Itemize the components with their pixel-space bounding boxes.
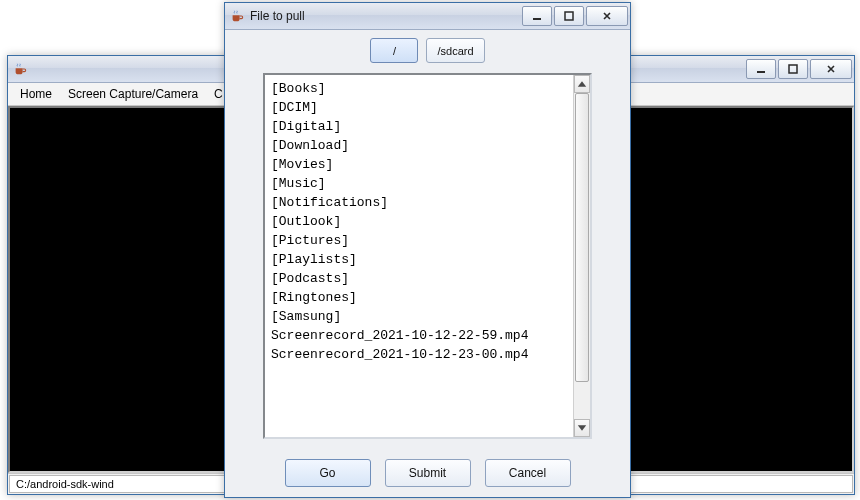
menu-screen-capture[interactable]: Screen Capture/Camera <box>60 85 206 103</box>
go-button[interactable]: Go <box>285 459 371 487</box>
dialog-body: / /sdcard [Books][DCIM][Digital][Downloa… <box>225 30 630 497</box>
minimize-button[interactable] <box>746 59 776 79</box>
crumb-sdcard[interactable]: /sdcard <box>426 38 484 63</box>
dialog-title: File to pull <box>250 9 522 23</box>
list-item[interactable]: [Ringtones] <box>271 288 567 307</box>
maximize-button[interactable] <box>778 59 808 79</box>
svg-rect-2 <box>533 18 541 20</box>
main-window-controls <box>746 59 852 79</box>
list-item[interactable]: [Notifications] <box>271 193 567 212</box>
scroll-down-button[interactable] <box>574 419 590 437</box>
minimize-button[interactable] <box>522 6 552 26</box>
list-item[interactable]: [DCIM] <box>271 98 567 117</box>
crumb-root[interactable]: / <box>370 38 418 63</box>
svg-rect-3 <box>565 12 573 20</box>
list-item[interactable]: [Samsung] <box>271 307 567 326</box>
scroll-up-button[interactable] <box>574 75 590 93</box>
list-item[interactable]: [Download] <box>271 136 567 155</box>
list-item[interactable]: [Pictures] <box>271 231 567 250</box>
close-button[interactable] <box>810 59 852 79</box>
submit-button[interactable]: Submit <box>385 459 471 487</box>
java-cup-icon <box>12 61 28 77</box>
file-list[interactable]: [Books][DCIM][Digital][Download][Movies]… <box>265 75 573 437</box>
path-crumb-bar: / /sdcard <box>263 38 592 63</box>
dialog-window-controls <box>522 6 628 26</box>
list-item[interactable]: Screenrecord_2021-10-12-23-00.mp4 <box>271 345 567 364</box>
list-item[interactable]: [Outlook] <box>271 212 567 231</box>
list-item[interactable]: [Digital] <box>271 117 567 136</box>
dialog-titlebar[interactable]: File to pull <box>225 3 630 30</box>
file-to-pull-dialog: File to pull / /sdcard [Books][DCIM][Dig… <box>224 2 631 498</box>
list-item[interactable]: [Playlists] <box>271 250 567 269</box>
desktop: Home Screen Capture/Camera C C:/android-… <box>0 0 860 500</box>
list-item[interactable]: [Books] <box>271 79 567 98</box>
list-item[interactable]: [Music] <box>271 174 567 193</box>
list-item[interactable]: [Podcasts] <box>271 269 567 288</box>
list-item[interactable]: Screenrecord_2021-10-12-22-59.mp4 <box>271 326 567 345</box>
maximize-button[interactable] <box>554 6 584 26</box>
cancel-button[interactable]: Cancel <box>485 459 571 487</box>
svg-rect-1 <box>789 65 797 73</box>
scroll-thumb[interactable] <box>575 93 589 382</box>
dialog-button-row: Go Submit Cancel <box>263 459 592 487</box>
list-item[interactable]: [Movies] <box>271 155 567 174</box>
close-button[interactable] <box>586 6 628 26</box>
scrollbar <box>573 75 590 437</box>
scroll-track[interactable] <box>574 93 590 419</box>
svg-rect-0 <box>757 71 765 73</box>
file-listbox: [Books][DCIM][Digital][Download][Movies]… <box>263 73 592 439</box>
java-cup-icon <box>229 8 245 24</box>
menu-home[interactable]: Home <box>12 85 60 103</box>
